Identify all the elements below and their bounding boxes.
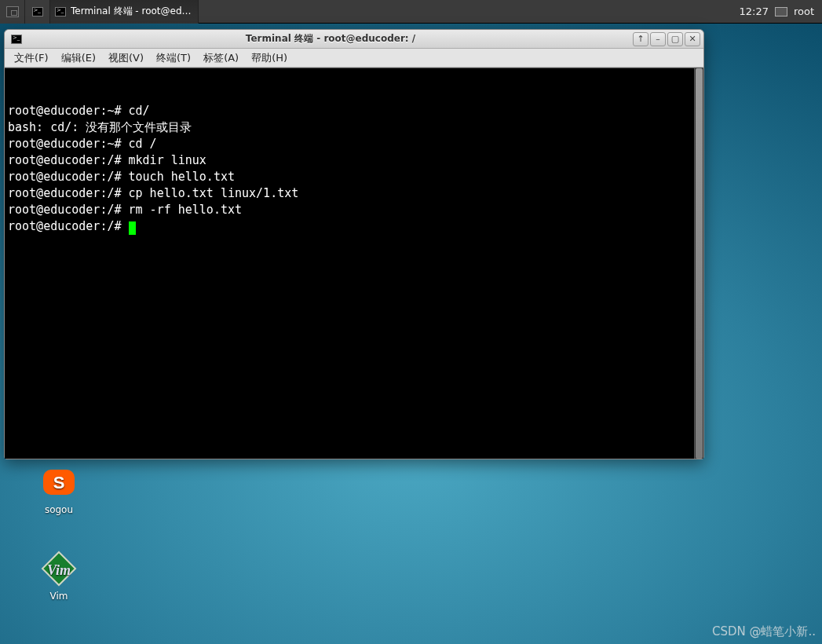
terminal-line: root@educoder:~# cd / bbox=[8, 136, 689, 152]
keyboard-icon[interactable] bbox=[775, 7, 787, 16]
titlebar[interactable]: Terminal 终端 - root@educoder: / ↑ – ▢ ✕ bbox=[5, 30, 703, 49]
taskbar: Terminal 终端 - root@ed… 12:27 root bbox=[0, 0, 822, 24]
terminal-line: root@educoder:~# cd/ bbox=[8, 103, 689, 119]
maximize-button[interactable]: ▢ bbox=[667, 32, 683, 46]
launcher-button[interactable] bbox=[25, 0, 50, 24]
terminal-icon bbox=[55, 7, 66, 16]
window-title: Terminal 终端 - root@educoder: / bbox=[28, 32, 633, 46]
menu-file[interactable]: 文件(F) bbox=[9, 49, 53, 67]
taskbar-task-label: Terminal 终端 - root@ed… bbox=[71, 5, 192, 18]
titlebar-icon bbox=[9, 32, 24, 46]
terminal-window: Terminal 终端 - root@educoder: / ↑ – ▢ ✕ 文… bbox=[4, 29, 704, 459]
scrollbar[interactable] bbox=[694, 68, 703, 459]
sogou-icon: S bbox=[40, 463, 78, 501]
terminal-line: root@educoder:/# cp hello.txt linux/1.tx… bbox=[8, 185, 689, 202]
menu-edit[interactable]: 编辑(E) bbox=[57, 49, 100, 67]
showdesktop-button[interactable] bbox=[0, 0, 25, 24]
desktop-icon-label: sogou bbox=[27, 504, 90, 515]
svg-text:Vim: Vim bbox=[47, 562, 71, 578]
clock[interactable]: 12:27 bbox=[739, 5, 768, 17]
vim-icon: Vim bbox=[40, 550, 78, 587]
menubar: 文件(F) 编辑(E) 视图(V) 终端(T) 标签(A) 帮助(H) bbox=[5, 49, 703, 68]
menu-help[interactable]: 帮助(H) bbox=[247, 49, 292, 67]
terminal-line: root@educoder:/# rm -rf hello.txt bbox=[8, 202, 689, 218]
terminal-line: root@educoder:/# bbox=[8, 218, 689, 235]
menu-tabs[interactable]: 标签(A) bbox=[199, 49, 243, 67]
terminal-body[interactable]: root@educoder:~# cd/bash: cd/: 没有那个文件或目录… bbox=[5, 68, 703, 459]
watermark: CSDN @蜡笔小新.. bbox=[712, 624, 816, 639]
cursor bbox=[129, 221, 136, 235]
desktop-icon-sogou[interactable]: S sogou bbox=[27, 463, 90, 515]
minimize-button[interactable]: – bbox=[650, 32, 666, 46]
user-label[interactable]: root bbox=[794, 5, 814, 17]
menu-view[interactable]: 视图(V) bbox=[104, 49, 148, 67]
system-tray: 12:27 root bbox=[731, 5, 822, 17]
desktop-icon-vim[interactable]: Vim Vim bbox=[27, 550, 90, 602]
terminal-line: root@educoder:/# mkdir linux bbox=[8, 152, 689, 169]
menu-terminal[interactable]: 终端(T) bbox=[152, 49, 195, 67]
terminal-line: root@educoder:/# touch hello.txt bbox=[8, 169, 689, 185]
terminal-line: bash: cd/: 没有那个文件或目录 bbox=[8, 119, 689, 136]
scroll-up-button[interactable]: ↑ bbox=[633, 32, 648, 46]
taskbar-task-terminal[interactable]: Terminal 终端 - root@ed… bbox=[50, 0, 199, 24]
scrollbar-thumb[interactable] bbox=[696, 68, 703, 459]
svg-text:S: S bbox=[53, 473, 65, 492]
close-button[interactable]: ✕ bbox=[685, 32, 700, 46]
desktop-icon-label: Vim bbox=[27, 591, 90, 602]
